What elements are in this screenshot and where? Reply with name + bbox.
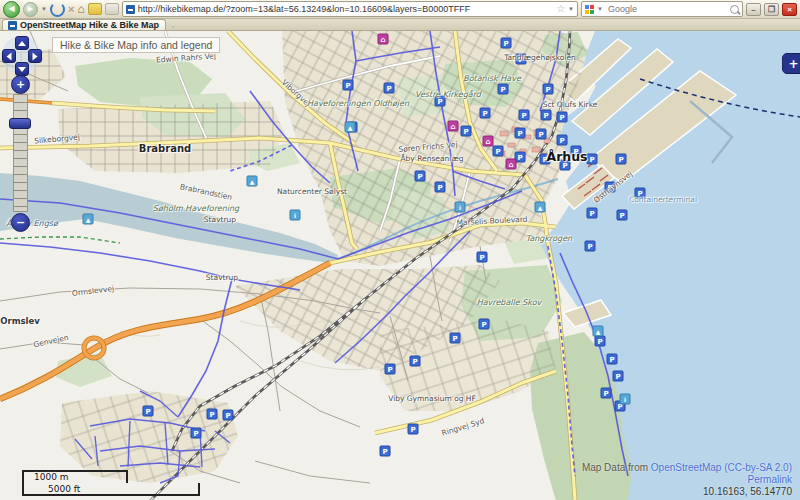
tab-openstreetmap[interactable]: OpenStreetMap Hike & Bike Map bbox=[2, 19, 166, 30]
parking-icon: P bbox=[543, 84, 554, 95]
parking-icon: P bbox=[435, 182, 446, 193]
back-button[interactable]: ◀ bbox=[3, 1, 20, 18]
arrow-down-icon bbox=[18, 67, 26, 72]
parking-icon: P bbox=[560, 160, 571, 171]
parking-icon: P bbox=[519, 110, 530, 121]
attribution-text: Map Data from bbox=[582, 462, 651, 473]
stop-icon: × bbox=[68, 3, 74, 15]
parking-icon: P bbox=[536, 129, 547, 140]
url-dropdown[interactable]: ▼ bbox=[568, 6, 574, 12]
parking-icon: P bbox=[410, 356, 421, 367]
stop-button[interactable]: × bbox=[68, 3, 74, 15]
browser-toolbar: ◀ ▶ ▼ × ⌂ http://hikebikemap.de/?zoom=13… bbox=[0, 0, 800, 19]
parking-icon: P bbox=[223, 410, 234, 421]
parking-icon: P bbox=[143, 406, 154, 417]
layer-switcher-button[interactable]: + bbox=[782, 53, 800, 74]
parking-icon: P bbox=[343, 80, 354, 91]
parking-icon: P bbox=[515, 128, 526, 139]
zoom-out-button[interactable]: − bbox=[11, 213, 30, 232]
search-box[interactable]: ▼ bbox=[581, 1, 743, 17]
scale-metric: 1000 m bbox=[22, 470, 128, 483]
parking-icon: P bbox=[408, 424, 419, 435]
parking-icon: P bbox=[585, 241, 596, 252]
reload-icon bbox=[50, 2, 65, 17]
scale-bar: 1000 m 5000 ft bbox=[22, 470, 200, 496]
reload-button[interactable] bbox=[50, 2, 65, 17]
parking-icon: P bbox=[605, 182, 616, 193]
home-icon: ⌂ bbox=[77, 2, 84, 16]
pan-west-button[interactable] bbox=[2, 49, 16, 63]
tab-title: OpenStreetMap Hike & Bike Map bbox=[20, 20, 159, 30]
parking-icon: P bbox=[380, 446, 391, 457]
back-icon: ◀ bbox=[8, 5, 14, 13]
bookmark-toolbar-button[interactable] bbox=[88, 3, 102, 15]
lodging-icon: ⌂ bbox=[483, 136, 494, 147]
scale-imperial: 5000 ft bbox=[22, 483, 200, 496]
parking-icon: P bbox=[557, 112, 568, 123]
minimize-button[interactable]: – bbox=[746, 3, 761, 16]
close-button[interactable]: × bbox=[782, 3, 797, 16]
parking-icon: P bbox=[557, 135, 568, 146]
url-bar[interactable]: http://hikebikemap.de/?zoom=13&lat=56.13… bbox=[122, 1, 578, 17]
leisure-icon: i bbox=[455, 202, 466, 213]
pan-south-button[interactable] bbox=[15, 62, 29, 76]
parking-icon: P bbox=[450, 333, 461, 344]
osm-link[interactable]: OpenStreetMap bbox=[651, 462, 722, 473]
arrow-left-icon bbox=[7, 52, 12, 60]
zoom-slider-handle[interactable] bbox=[9, 118, 31, 129]
parking-icon: P bbox=[461, 126, 472, 137]
extension-button[interactable] bbox=[105, 3, 119, 15]
arrow-up-icon bbox=[18, 41, 26, 46]
lodging-icon: ⌂ bbox=[378, 34, 389, 45]
parking-icon: P bbox=[595, 336, 606, 347]
bookmark-star-icon[interactable]: ☆ bbox=[556, 4, 565, 14]
lodging-icon: ⌂ bbox=[448, 121, 459, 132]
parking-icon: P bbox=[435, 96, 446, 107]
restore-button[interactable]: ❐ bbox=[764, 3, 779, 16]
legend-link[interactable]: Hike & Bike Map info and legend bbox=[52, 37, 220, 53]
home-button[interactable]: ⌂ bbox=[77, 2, 84, 16]
parking-icon: P bbox=[516, 54, 527, 65]
parking-icon: P bbox=[613, 371, 624, 382]
pan-east-button[interactable] bbox=[28, 49, 42, 63]
parking-icon: P bbox=[207, 409, 218, 420]
zoom-in-button[interactable]: + bbox=[11, 75, 30, 94]
search-icon[interactable] bbox=[730, 5, 739, 14]
tab-favicon bbox=[8, 21, 17, 30]
parking-icon: P bbox=[635, 188, 646, 199]
search-engine-dropdown[interactable]: ▼ bbox=[597, 6, 603, 12]
parking-icon: P bbox=[616, 154, 627, 165]
parking-icon: P bbox=[479, 319, 490, 330]
lodging-icon: ⌂ bbox=[506, 159, 517, 170]
parking-icon: P bbox=[541, 110, 552, 121]
parking-icon: P bbox=[607, 354, 618, 365]
history-dropdown[interactable]: ▼ bbox=[41, 6, 47, 12]
forward-button[interactable]: ▶ bbox=[23, 2, 38, 17]
permalink-link[interactable]: Permalink bbox=[748, 474, 792, 485]
parking-icon: P bbox=[477, 252, 488, 263]
url-text[interactable]: http://hikebikemap.de/?zoom=13&lat=56.13… bbox=[138, 4, 553, 14]
leisure-icon: ▲ bbox=[535, 202, 546, 213]
parking-icon: P bbox=[384, 83, 395, 94]
leisure-icon: i bbox=[290, 210, 301, 221]
new-tab-button[interactable]: ▫ bbox=[172, 23, 174, 30]
pan-north-button[interactable] bbox=[15, 36, 29, 50]
zoom-slider-track[interactable] bbox=[13, 94, 28, 212]
parking-icon: P bbox=[501, 38, 512, 49]
parking-icon: P bbox=[191, 428, 202, 439]
parking-icon: P bbox=[415, 171, 426, 182]
search-input[interactable] bbox=[606, 3, 727, 15]
arrow-right-icon bbox=[33, 52, 38, 60]
leisure-icon: ▲ bbox=[345, 122, 356, 133]
license-link[interactable]: (CC-by-SA 2.0) bbox=[721, 462, 792, 473]
pan-control bbox=[2, 36, 40, 74]
map-canvas[interactable] bbox=[0, 31, 800, 500]
parking-icon: P bbox=[587, 154, 598, 165]
google-icon bbox=[585, 5, 594, 14]
parking-icon: P bbox=[540, 154, 551, 165]
parking-icon: P bbox=[493, 146, 504, 157]
parking-icon: P bbox=[601, 388, 612, 399]
leisure-icon: ▲ bbox=[83, 214, 94, 225]
leisure-icon: i bbox=[620, 394, 631, 405]
site-favicon bbox=[126, 5, 135, 14]
